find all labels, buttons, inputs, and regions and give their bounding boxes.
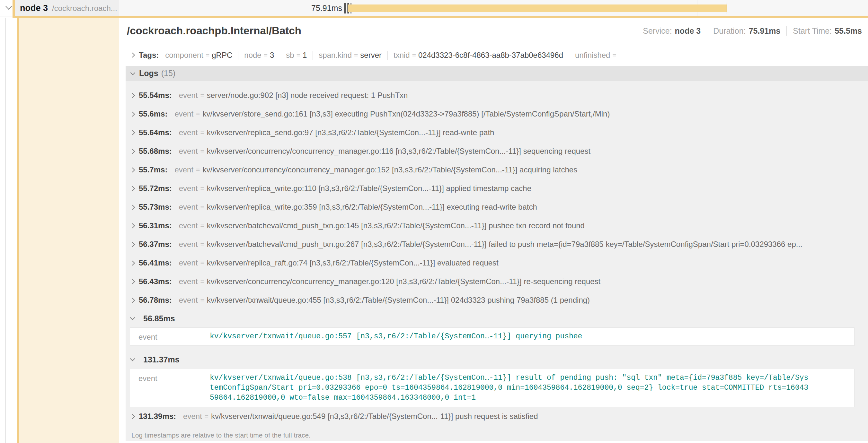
log-field-value: kv/kvserver/txnwait/queue.go:557 [n3,s3,… [210, 332, 582, 342]
selected-span-name-column [19, 18, 119, 443]
row-divider [0, 16, 12, 16]
log-field-key: event [179, 91, 198, 100]
tag-key: txnid [394, 51, 410, 60]
tag-key: span.kind [319, 51, 352, 60]
log-timestamp: 55.68ms: [139, 147, 172, 156]
chevron-right-icon [130, 414, 135, 419]
log-timestamp: 131.39ms: [139, 412, 176, 421]
tag-value: server [360, 51, 382, 60]
equals-sign: = [206, 52, 210, 59]
log-timestamp: 56.37ms: [139, 240, 172, 249]
tag-divider [569, 51, 569, 60]
tag-divider [280, 51, 280, 60]
chevron-right-icon [130, 93, 135, 98]
log-timestamp: 56.43ms: [139, 277, 172, 286]
log-field-value: kv/kvserver/replica_send.go:97 [n3,s3,r6… [207, 128, 855, 137]
log-row[interactable]: 56.41ms:event=kv/kvserver/replica_raft.g… [126, 253, 855, 272]
log-field-value: kv/kvserver/replica_write.go:110 [n3,s3,… [207, 184, 855, 193]
span-bar[interactable] [348, 4, 727, 12]
logs-accordion-toggle[interactable]: Logs (15) [126, 66, 868, 81]
logs-title: Logs [139, 69, 158, 78]
log-field-value: kv/kvserver/replica_write.go:359 [n3,s3,… [207, 203, 855, 211]
log-field-value: kv/kvserver/txnwait/queue.go:455 [n3,s3,… [207, 296, 855, 305]
span-end-tick [727, 3, 727, 14]
equals-sign: = [196, 166, 200, 174]
log-row[interactable]: 55.73ms:event=kv/kvserver/replica_write.… [126, 198, 855, 216]
log-timestamp: 55.73ms: [139, 203, 172, 211]
log-row[interactable]: 55.64ms:event=kv/kvserver/replica_send.g… [126, 123, 855, 142]
span-color-accent [12, 0, 15, 16]
log-field-value: kv/kvserver/batcheval/cmd_push_txn.go:14… [207, 221, 855, 230]
log-field-key: event [175, 109, 193, 118]
log-row[interactable]: 56.31ms:event=kv/kvserver/batcheval/cmd_… [126, 216, 855, 235]
log-row[interactable]: 56.78ms:event=kv/kvserver/txnwait/queue.… [126, 291, 855, 309]
log-field-key: event [179, 240, 198, 249]
log-field-key: event [179, 259, 198, 267]
log-row[interactable]: 55.54ms:event=server/node.go:902 [n3] no… [126, 86, 855, 105]
span-duration-label: 75.91ms [283, 0, 342, 16]
log-row[interactable]: 55.6ms:event=kv/kvserver/store_send.go:1… [126, 105, 855, 123]
log-timestamp: 56.78ms: [139, 296, 172, 305]
log-field-key: event [179, 184, 198, 193]
chevron-right-icon [130, 149, 135, 154]
equals-sign: = [200, 147, 204, 155]
log-value-line: kv/kvserver/txnwait/queue.go:538 [n3,s3,… [210, 373, 808, 383]
chevron-down-icon [130, 70, 135, 75]
equals-sign: = [297, 52, 300, 59]
equals-sign: = [200, 184, 204, 192]
equals-sign: = [612, 52, 616, 59]
meta-divider [707, 26, 707, 36]
log-row[interactable]: 56.43ms:event=kv/kvserver/concurrency/co… [126, 272, 855, 291]
span-detail-panel: /cockroach.roachpb.Internal/Batch Servic… [126, 18, 868, 443]
log-field-key: event [175, 165, 193, 174]
log-row[interactable]: 55.7ms:event=kv/kvserver/concurrency/con… [126, 161, 855, 179]
tags-accordion-toggle[interactable]: Tags: component=gRPCnode=3sb=1span.kind=… [126, 44, 868, 66]
collapse-trace-chevron-icon[interactable] [5, 3, 12, 10]
equals-sign: = [412, 52, 416, 59]
tag-value: gRPC [212, 51, 232, 60]
tag-value: 1 [303, 51, 307, 60]
equals-sign: = [200, 296, 204, 304]
equals-sign: = [200, 129, 204, 136]
chevron-down-icon [130, 356, 135, 362]
tag-items: component=gRPCnode=3sb=1span.kind=server… [165, 51, 618, 60]
expanded-log-header[interactable]: 131.37ms [126, 350, 855, 369]
log-row[interactable]: 55.72ms:event=kv/kvserver/replica_write.… [126, 179, 855, 198]
chevron-right-icon [130, 53, 135, 58]
tag-key: unfinished [575, 51, 610, 60]
log-row[interactable]: 131.39ms:event=kv/kvserver/txnwait/queue… [126, 407, 855, 426]
log-field-value: kv/kvserver/txnwait/queue.go:549 [n3,s3,… [211, 412, 855, 421]
log-value-line: 59864.162819000,0 wto=false max=16043598… [210, 393, 808, 403]
chevron-right-icon [130, 260, 135, 266]
meta-label: Duration: [713, 26, 746, 36]
meta-value: node 3 [675, 26, 701, 36]
equals-sign: = [200, 278, 204, 285]
span-row-name[interactable]: node 3 /cockroach.roach... [12, 0, 119, 16]
log-field-value: kv/kvserver/store_send.go:161 [n3,s3] ex… [203, 109, 855, 118]
equals-sign: = [200, 203, 204, 211]
log-row[interactable]: 55.68ms:event=kv/kvserver/concurrency/co… [126, 142, 855, 161]
span-service-name: node 3 [20, 3, 48, 13]
log-kv-table: eventkv/kvserver/txnwait/queue.go:557 [n… [130, 328, 855, 346]
log-row[interactable]: 56.37ms:event=kv/kvserver/batcheval/cmd_… [126, 235, 855, 253]
log-field-key: event [179, 277, 198, 286]
chevron-right-icon [130, 167, 135, 172]
log-field-value: kv/kvserver/replica_raft.go:74 [n3,s3,r6… [207, 259, 855, 267]
logs-list: 55.54ms:event=server/node.go:902 [n3] no… [126, 81, 868, 441]
log-value-line: kv/kvserver/txnwait/queue.go:557 [n3,s3,… [210, 332, 582, 342]
meta-label: Start Time: [793, 26, 832, 36]
chevron-right-icon [130, 279, 135, 284]
log-kv-table: eventkv/kvserver/txnwait/queue.go:538 [n… [130, 369, 855, 407]
chevron-right-icon [130, 223, 135, 228]
chevron-right-icon [130, 111, 135, 116]
span-detail-header: /cockroach.roachpb.Internal/Batch Servic… [126, 18, 868, 44]
chevron-right-icon [130, 298, 135, 303]
equals-sign: = [196, 110, 200, 118]
log-timestamp: 55.6ms: [139, 109, 167, 118]
trace-timeline-header: node 3 /cockroach.roach... 75.91ms [0, 0, 868, 18]
chevron-right-icon [130, 204, 135, 210]
tag-value: 024d3323-6c8f-4863-aa8b-37ab0e63496d [418, 51, 563, 60]
meta-value: 75.91ms [749, 26, 781, 36]
log-field-key: event [179, 203, 198, 211]
expanded-log-header[interactable]: 56.85ms [126, 309, 855, 328]
